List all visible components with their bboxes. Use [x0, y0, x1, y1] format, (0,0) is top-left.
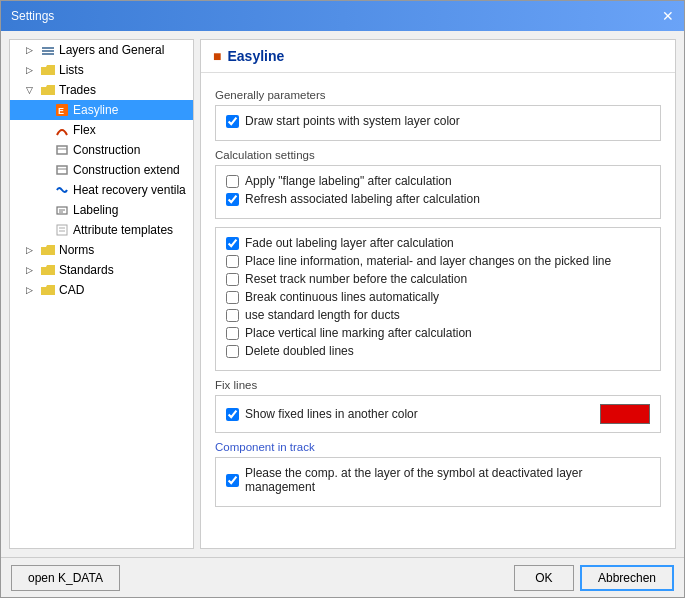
checkbox-row-reset-track: Reset track number before the calculatio…: [226, 272, 650, 286]
svg-rect-0: [42, 53, 54, 55]
sidebar-item-attr[interactable]: Attribute templates: [10, 220, 193, 240]
checkbox-fade-out[interactable]: [226, 237, 239, 250]
sidebar-label-standards: Standards: [59, 263, 114, 277]
checkbox-row-break-cont: Break continuous lines automatically: [226, 290, 650, 304]
sidebar-item-standards[interactable]: ▷ Standards: [10, 260, 193, 280]
arrow-icon: ▷: [26, 245, 40, 255]
svg-text:E: E: [58, 106, 64, 116]
arrow-icon: ▷: [26, 265, 40, 275]
easyline-tree-icon: E: [54, 102, 70, 118]
checkbox-delete-doubled[interactable]: [226, 345, 239, 358]
checkbox-apply-flange[interactable]: [226, 175, 239, 188]
checkbox-row-fade-out: Fade out labeling layer after calculatio…: [226, 236, 650, 250]
component-in-track-label: Component in track: [215, 441, 661, 453]
arrow-none: [40, 185, 54, 195]
panel-body: Generally parameters Draw start points w…: [201, 73, 675, 548]
arrow-none: [40, 225, 54, 235]
checkbox-row-draw-start: Draw start points with system layer colo…: [226, 114, 650, 128]
panel-header: ■ Easyline: [201, 40, 675, 73]
svg-rect-1: [42, 50, 54, 52]
sidebar-label-construction-ext: Construction extend: [73, 163, 180, 177]
panel-title: Easyline: [227, 48, 284, 64]
sidebar-item-heat[interactable]: Heat recovery ventila: [10, 180, 193, 200]
cad-folder-icon: [40, 282, 56, 298]
labeling-icon: [54, 202, 70, 218]
main-panel: ■ Easyline Generally parameters Draw sta…: [200, 39, 676, 549]
arrow-icon: ▷: [26, 65, 40, 75]
label-place-vert: Place vertical line marking after calcul…: [245, 326, 472, 340]
settings-window: Settings ✕ ▷ Layers and General ▷: [0, 0, 685, 598]
component-in-track-box: Please the comp. at the layer of the sym…: [215, 457, 661, 507]
label-show-fixed: Show fixed lines in another color: [245, 407, 418, 421]
sidebar-item-construction[interactable]: Construction: [10, 140, 193, 160]
arrow-icon: ▷: [26, 45, 40, 55]
sidebar-label-heat: Heat recovery ventila: [73, 183, 186, 197]
checkbox-row-delete-doubled: Delete doubled lines: [226, 344, 650, 358]
generally-section-label: Generally parameters: [215, 89, 661, 101]
arrow-none: [40, 145, 54, 155]
sidebar-item-flex[interactable]: Flex: [10, 120, 193, 140]
fix-lines-label: Fix lines: [215, 379, 661, 391]
sidebar-item-labeling[interactable]: Labeling: [10, 200, 193, 220]
sidebar-item-easyline[interactable]: E Easyline: [10, 100, 193, 120]
checkbox-break-cont[interactable]: [226, 291, 239, 304]
sidebar-item-trades[interactable]: ▽ Trades: [10, 80, 193, 100]
checkbox-place-line[interactable]: [226, 255, 239, 268]
content-area: ▷ Layers and General ▷: [1, 31, 684, 557]
cancel-button[interactable]: Abbrechen: [580, 565, 674, 591]
sidebar-label-norms: Norms: [59, 243, 94, 257]
sidebar-item-norms[interactable]: ▷ Norms: [10, 240, 193, 260]
sidebar-label-easyline: Easyline: [73, 103, 118, 117]
sidebar-label-lists: Lists: [59, 63, 84, 77]
ok-button[interactable]: OK: [514, 565, 574, 591]
sidebar-item-cad[interactable]: ▷ CAD: [10, 280, 193, 300]
window-title: Settings: [11, 9, 54, 23]
label-apply-flange: Apply "flange labeling" after calculatio…: [245, 174, 452, 188]
sidebar-item-lists[interactable]: ▷ Lists: [10, 60, 193, 80]
construction-ext-icon: [54, 162, 70, 178]
arrow-none: [40, 125, 54, 135]
arrow-icon: ▽: [26, 85, 40, 95]
calculation-section-label: Calculation settings: [215, 149, 661, 161]
sidebar-item-construction-ext[interactable]: Construction extend: [10, 160, 193, 180]
label-place-line: Place line information, material- and la…: [245, 254, 611, 268]
label-refresh-assoc: Refresh associated labeling after calcul…: [245, 192, 480, 206]
label-break-cont: Break continuous lines automatically: [245, 290, 439, 304]
checkbox-row-refresh-assoc: Refresh associated labeling after calcul…: [226, 192, 650, 206]
sidebar-label-trades: Trades: [59, 83, 96, 97]
svg-rect-2: [42, 47, 54, 49]
label-reset-track: Reset track number before the calculatio…: [245, 272, 467, 286]
sidebar-item-layers[interactable]: ▷ Layers and General: [10, 40, 193, 60]
checkbox-row-place-line: Place line information, material- and la…: [226, 254, 650, 268]
heat-icon: [54, 182, 70, 198]
checkbox-place-vert[interactable]: [226, 327, 239, 340]
flex-icon: [54, 122, 70, 138]
svg-rect-5: [57, 146, 67, 154]
checkbox-reset-track[interactable]: [226, 273, 239, 286]
fix-lines-color-box[interactable]: [600, 404, 650, 424]
attr-icon: [54, 222, 70, 238]
label-use-standard: use standard length for ducts: [245, 308, 400, 322]
calculation-section-box: Apply "flange labeling" after calculatio…: [215, 165, 661, 219]
checkbox-draw-start[interactable]: [226, 115, 239, 128]
sidebar-label-construction: Construction: [73, 143, 140, 157]
construction-icon: [54, 142, 70, 158]
sidebar: ▷ Layers and General ▷: [9, 39, 194, 549]
label-please-comp: Please the comp. at the layer of the sym…: [245, 466, 650, 494]
checkbox-use-standard[interactable]: [226, 309, 239, 322]
checkbox-row-use-standard: use standard length for ducts: [226, 308, 650, 322]
close-button[interactable]: ✕: [662, 9, 674, 23]
checkbox-refresh-assoc[interactable]: [226, 193, 239, 206]
arrow-icon: ▷: [26, 285, 40, 295]
norms-folder-icon: [40, 242, 56, 258]
misc-section-box: Fade out labeling layer after calculatio…: [215, 227, 661, 371]
checkbox-row-apply-flange: Apply "flange labeling" after calculatio…: [226, 174, 650, 188]
svg-rect-7: [57, 166, 67, 174]
label-delete-doubled: Delete doubled lines: [245, 344, 354, 358]
checkbox-please-comp[interactable]: [226, 474, 239, 487]
open-k-data-button[interactable]: open K_DATA: [11, 565, 120, 591]
folder-icon: [40, 62, 56, 78]
title-bar: Settings ✕: [1, 1, 684, 31]
sidebar-label-layers: Layers and General: [59, 43, 164, 57]
checkbox-show-fixed[interactable]: [226, 408, 239, 421]
